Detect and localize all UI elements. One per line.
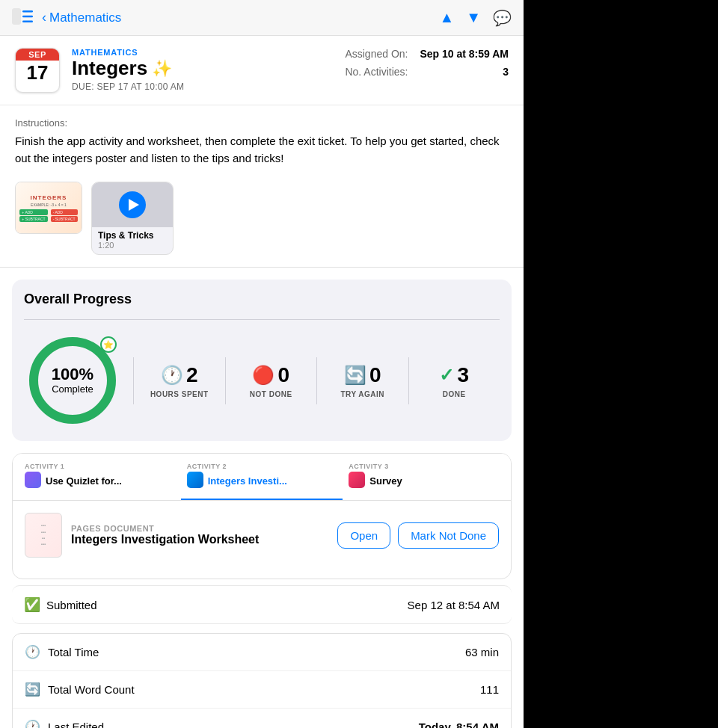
sparkle-icon: ✨ bbox=[152, 59, 172, 78]
assigned-on-value: Sep 10 at 8:59 AM bbox=[420, 48, 509, 60]
top-nav: ‹ Mathematics ▲ ▼ 💬 bbox=[0, 0, 524, 36]
back-button[interactable]: ‹ Mathematics bbox=[42, 10, 121, 25]
instructions-heading: Instructions: bbox=[15, 117, 509, 129]
doc-actions: Open Mark Not Done bbox=[337, 522, 499, 549]
submitted-icon: ✅ bbox=[24, 596, 40, 613]
not-done-label: NOT DONE bbox=[250, 390, 292, 398]
due-date: DUE: SEP 17 AT 10:00 AM bbox=[72, 81, 345, 92]
black-panel bbox=[524, 0, 718, 728]
donut-percent: 100% bbox=[52, 365, 93, 383]
last-edited-value: Today, 8:54 AM bbox=[419, 721, 499, 728]
submitted-label: Submitted bbox=[46, 599, 97, 611]
try-again-stat: 🔄 0 TRY AGAIN bbox=[316, 357, 408, 404]
sidebar-toggle-icon[interactable] bbox=[12, 8, 33, 28]
done-value: 3 bbox=[457, 363, 469, 387]
not-done-stat: 🔴 0 NOT DONE bbox=[225, 357, 317, 404]
word-count-icon: 🔄 bbox=[25, 682, 40, 697]
video-thumbnail bbox=[92, 182, 173, 227]
subtract-neg-chip: - SUBTRACT bbox=[51, 216, 78, 222]
donut-center: 100% Complete bbox=[52, 365, 93, 395]
activities-section: ACTIVITY 1 Use Quizlet for... ACTIVITY 2… bbox=[12, 453, 512, 579]
assignment-title: Integers ✨ bbox=[72, 57, 345, 80]
donut-label: Complete bbox=[52, 384, 93, 395]
done-icon: ✓ bbox=[439, 365, 454, 386]
svg-rect-0 bbox=[12, 8, 21, 25]
hours-value: 2 bbox=[186, 363, 198, 387]
progress-divider bbox=[24, 319, 500, 320]
doc-title: Integers Investigation Worksheet bbox=[71, 533, 328, 546]
doc-info: PAGES DOCUMENT Integers Investigation Wo… bbox=[71, 524, 328, 546]
down-arrow-icon[interactable]: ▼ bbox=[466, 9, 481, 26]
try-again-label: TRY AGAIN bbox=[340, 390, 384, 398]
poster-sub: EXAMPLE: -3 + 4 = 1 bbox=[31, 203, 67, 207]
activity-tab-1[interactable]: ACTIVITY 1 Use Quizlet for... bbox=[19, 454, 181, 500]
calendar-month: SEP bbox=[16, 49, 59, 61]
activity-tab-2[interactable]: ACTIVITY 2 Integers Investi... bbox=[181, 454, 343, 500]
no-activities-label: No. Activities: bbox=[345, 66, 408, 78]
add-chip: + ADD bbox=[19, 209, 47, 215]
assignment-info: MATHEMATICS Integers ✨ DUE: SEP 17 AT 10… bbox=[72, 48, 345, 92]
svg-rect-3 bbox=[22, 20, 33, 22]
play-button[interactable] bbox=[119, 191, 146, 218]
progress-stats: 100% Complete ⭐ 🕐 2 HOURS SPENT 🔴 0 bbox=[24, 332, 500, 429]
open-button[interactable]: Open bbox=[337, 522, 390, 549]
not-done-icon: 🔴 bbox=[252, 365, 274, 386]
pages-icon bbox=[187, 472, 203, 488]
submitted-time: Sep 12 at 8:54 AM bbox=[408, 599, 500, 611]
donut-chart: 100% Complete ⭐ bbox=[24, 332, 121, 429]
chevron-left-icon: ‹ bbox=[42, 10, 46, 25]
poster-title: INTEGERS bbox=[31, 194, 67, 201]
video-title: Tips & Tricks bbox=[98, 230, 167, 241]
survey-icon bbox=[349, 472, 365, 488]
assignment-header: SEP 17 MATHEMATICS Integers ✨ DUE: SEP 1… bbox=[0, 36, 524, 105]
last-edited-row: 🕐 Last Edited Today, 8:54 AM bbox=[13, 709, 511, 728]
try-again-value: 0 bbox=[369, 363, 381, 387]
progress-section: Overall Progress 100% Complete ⭐ 🕐 2 bbox=[12, 280, 512, 441]
word-count-label: Total Word Count bbox=[48, 683, 135, 696]
last-edited-label: Last Edited bbox=[48, 721, 104, 728]
up-arrow-icon[interactable]: ▲ bbox=[439, 9, 454, 26]
mark-not-done-button[interactable]: Mark Not Done bbox=[398, 522, 499, 549]
total-time-label: Total Time bbox=[48, 646, 99, 658]
progress-heading: Overall Progress bbox=[24, 291, 500, 307]
subtract-chip: + SUBTRACT bbox=[19, 216, 47, 222]
hours-label: HOURS SPENT bbox=[150, 390, 209, 398]
video-duration: 1:20 bbox=[98, 241, 167, 250]
last-edited-icon: 🕐 bbox=[25, 719, 40, 728]
total-time-icon: 🕐 bbox=[25, 644, 40, 660]
word-count-row: 🔄 Total Word Count 111 bbox=[13, 671, 511, 709]
star-badge: ⭐ bbox=[100, 336, 117, 353]
details-section: 🕐 Total Time 63 min 🔄 Total Word Count 1… bbox=[12, 633, 512, 728]
document-row: ▪▪▪▪▪▪▪▪▪▪▪ PAGES DOCUMENT Integers Inve… bbox=[25, 513, 499, 567]
quizlet-icon bbox=[25, 472, 41, 488]
try-again-icon: 🔄 bbox=[344, 365, 366, 386]
play-icon bbox=[129, 199, 139, 211]
instructions-section: Instructions: Finish the app activity an… bbox=[0, 105, 524, 176]
integers-poster[interactable]: INTEGERS EXAMPLE: -3 + 4 = 1 + ADD + SUB… bbox=[15, 182, 82, 234]
svg-rect-2 bbox=[22, 15, 33, 17]
done-stat: ✓ 3 DONE bbox=[408, 357, 500, 404]
total-time-value: 63 min bbox=[465, 646, 499, 658]
assignment-meta: Assigned On: Sep 10 at 8:59 AM No. Activ… bbox=[345, 48, 509, 78]
add-neg-chip: - ADD bbox=[51, 209, 78, 215]
doc-thumbnail: ▪▪▪▪▪▪▪▪▪▪▪ bbox=[25, 513, 62, 558]
word-count-value: 111 bbox=[480, 683, 499, 696]
hours-spent-stat: 🕐 2 HOURS SPENT bbox=[133, 357, 225, 404]
calendar-day: 17 bbox=[16, 61, 59, 86]
no-activities-value: 3 bbox=[503, 66, 509, 78]
doc-type: PAGES DOCUMENT bbox=[71, 524, 328, 533]
activity-content: ▪▪▪▪▪▪▪▪▪▪▪ PAGES DOCUMENT Integers Inve… bbox=[13, 501, 511, 579]
comment-icon[interactable]: 💬 bbox=[493, 9, 512, 27]
subject-label: MATHEMATICS bbox=[72, 48, 345, 57]
instructions-text: Finish the app activity and worksheet, t… bbox=[15, 133, 509, 167]
svg-rect-1 bbox=[22, 10, 33, 13]
submitted-row: ✅ Submitted Sep 12 at 8:54 AM bbox=[12, 585, 512, 624]
total-time-row: 🕐 Total Time 63 min bbox=[13, 634, 511, 671]
back-label: Mathematics bbox=[49, 10, 121, 25]
activity-tab-3[interactable]: ACTIVITY 3 Survey bbox=[343, 454, 505, 500]
stats-grid: 🕐 2 HOURS SPENT 🔴 0 NOT DONE 🔄 0 bbox=[133, 357, 500, 404]
attachments-row: INTEGERS EXAMPLE: -3 + 4 = 1 + ADD + SUB… bbox=[0, 176, 524, 268]
done-label: DONE bbox=[443, 390, 466, 398]
video-card[interactable]: Tips & Tricks 1:20 bbox=[91, 182, 174, 255]
assigned-on-label: Assigned On: bbox=[345, 48, 408, 60]
